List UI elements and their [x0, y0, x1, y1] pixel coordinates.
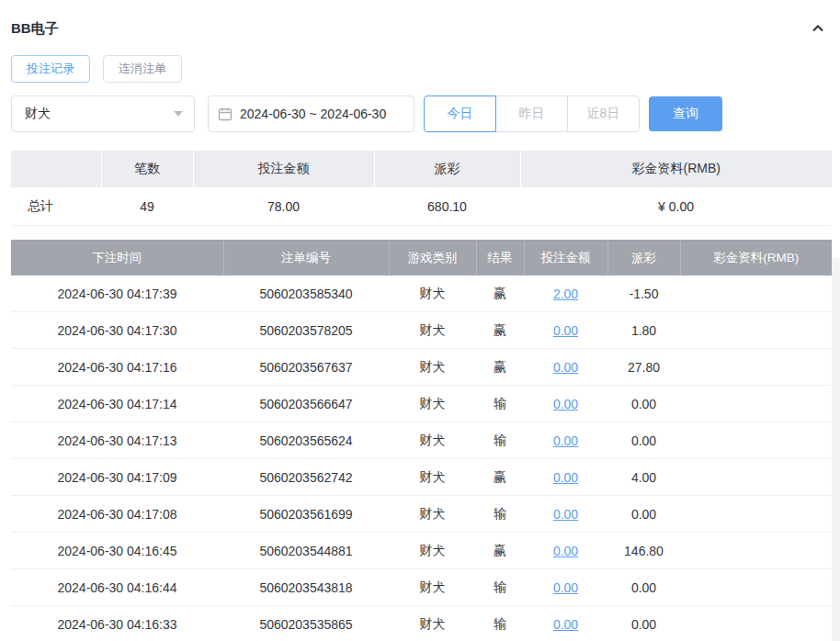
summary-col-empty — [11, 151, 101, 187]
game-type-cell: 财犬 — [389, 349, 476, 386]
tab-chain-cancel-orders[interactable]: 连消注单 — [103, 55, 182, 83]
game-type-cell: 财犬 — [389, 606, 476, 641]
result-cell: 赢 — [476, 533, 524, 569]
table-row: 2024-06-30 04:17:085060203561699财犬输0.000… — [11, 496, 832, 533]
bet-amount-link[interactable]: 0.00 — [553, 507, 578, 522]
bet-amount-link[interactable]: 0.00 — [553, 323, 578, 338]
bet-amount-cell: 0.00 — [524, 386, 607, 422]
date-range-input[interactable]: 2024-06-30 ~ 2024-06-30 — [208, 96, 414, 132]
bet-amount-link[interactable]: 0.00 — [553, 580, 578, 595]
filter-bar: 财犬 2024-06-30 ~ 2024-06-30 今日 昨日 近8日 查询 — [11, 96, 829, 132]
summary-total-label: 总计 — [11, 187, 101, 226]
bet-amount-cell: 0.00 — [524, 533, 607, 569]
bonus-cell — [680, 349, 832, 386]
result-cell: 赢 — [476, 349, 524, 386]
summary-total-payout: 680.10 — [374, 187, 520, 226]
summary-col-payout: 派彩 — [374, 151, 520, 187]
table-row: 2024-06-30 04:17:305060203578205财犬赢0.001… — [11, 312, 832, 349]
search-button[interactable]: 查询 — [649, 96, 722, 131]
panel-title: BB电子 — [11, 20, 59, 38]
bet-amount-cell: 0.00 — [524, 312, 607, 349]
game-select[interactable]: 财犬 — [11, 96, 195, 132]
calendar-icon — [218, 107, 233, 121]
summary-total-bet-amount: 78.00 — [193, 187, 374, 226]
result-cell: 输 — [476, 569, 524, 606]
payout-cell: 4.00 — [607, 459, 680, 496]
summary-total-bonus: ¥ 0.00 — [520, 187, 832, 226]
bet-time-cell: 2024-06-30 04:17:39 — [11, 276, 223, 312]
quick-date-group: 今日 昨日 近8日 — [424, 96, 640, 132]
bet-amount-cell: 0.00 — [524, 496, 607, 533]
game-type-cell: 财犬 — [389, 533, 476, 569]
bet-table: 下注时间 注单编号 游戏类别 结果 投注金额 派彩 彩金资料(RMB) 2024… — [11, 240, 832, 641]
col-header-bet-id: 注单编号 — [223, 240, 389, 276]
payout-cell: 0.00 — [607, 496, 680, 533]
summary-total-row: 总计 49 78.00 680.10 ¥ 0.00 — [11, 187, 832, 226]
bet-time-cell: 2024-06-30 04:17:08 — [11, 496, 223, 533]
game-type-cell: 财犬 — [389, 422, 476, 459]
bet-time-cell: 2024-06-30 04:16:45 — [11, 533, 223, 569]
bet-time-cell: 2024-06-30 04:16:44 — [11, 569, 223, 606]
result-cell: 赢 — [476, 459, 524, 496]
bet-amount-cell: 0.00 — [524, 422, 607, 459]
col-header-payout: 派彩 — [607, 240, 680, 276]
table-row: 2024-06-30 04:16:455060203544881财犬赢0.001… — [11, 533, 832, 569]
result-cell: 输 — [476, 422, 524, 459]
table-row: 2024-06-30 04:17:165060203567637财犬赢0.002… — [11, 349, 832, 386]
game-type-cell: 财犬 — [389, 276, 476, 312]
bet-id-cell: 5060203544881 — [223, 533, 389, 569]
bonus-cell — [680, 496, 832, 533]
table-row: 2024-06-30 04:16:445060203543818财犬输0.000… — [11, 569, 832, 606]
result-cell: 输 — [476, 606, 524, 641]
summary-total-count: 49 — [101, 187, 193, 226]
game-select-value: 财犬 — [25, 106, 51, 122]
tab-bet-records[interactable]: 投注记录 — [11, 55, 90, 83]
scrollbar[interactable] — [832, 257, 840, 641]
quick-today-button[interactable]: 今日 — [424, 96, 496, 132]
col-header-bet-amount: 投注金额 — [524, 240, 607, 276]
payout-cell: -1.50 — [607, 276, 680, 312]
table-row: 2024-06-30 04:16:335060203535865财犬输0.000… — [11, 606, 832, 641]
bonus-cell — [680, 276, 832, 312]
chevron-up-icon[interactable] — [809, 19, 827, 38]
bet-amount-link[interactable]: 0.00 — [553, 470, 578, 485]
bet-id-cell: 5060203585340 — [223, 276, 389, 312]
payout-cell: 0.00 — [607, 386, 680, 422]
bet-id-cell: 5060203543818 — [223, 569, 389, 606]
bet-table-header-row: 下注时间 注单编号 游戏类别 结果 投注金额 派彩 彩金资料(RMB) — [11, 240, 832, 276]
summary-table: 笔数 投注金额 派彩 彩金资料(RMB) 总计 49 78.00 680.10 … — [11, 151, 832, 226]
quick-last8days-button[interactable]: 近8日 — [567, 96, 640, 132]
payout-cell: 146.80 — [607, 533, 680, 569]
bet-amount-link[interactable]: 0.00 — [553, 617, 578, 632]
game-type-cell: 财犬 — [389, 496, 476, 533]
bet-id-cell: 5060203566647 — [223, 386, 389, 422]
game-type-cell: 财犬 — [389, 312, 476, 349]
bet-amount-link[interactable]: 0.00 — [553, 397, 578, 411]
bet-amount-cell: 0.00 — [524, 459, 607, 496]
bet-id-cell: 5060203561699 — [223, 496, 389, 533]
bet-id-cell: 5060203567637 — [223, 349, 389, 386]
bonus-cell — [680, 606, 832, 641]
bet-records-panel: BB电子 投注记录 连消注单 财犬 2024-06-30 ~ 2024-06-3… — [0, 17, 840, 641]
bonus-cell — [680, 312, 832, 349]
bonus-cell — [680, 386, 832, 422]
quick-yesterday-button[interactable]: 昨日 — [495, 96, 568, 132]
col-header-result: 结果 — [476, 240, 524, 276]
bet-amount-link[interactable]: 0.00 — [553, 544, 578, 558]
result-cell: 赢 — [476, 276, 524, 312]
bet-amount-link[interactable]: 0.00 — [553, 360, 578, 375]
payout-cell: 27.80 — [607, 349, 680, 386]
bet-amount-link[interactable]: 2.00 — [553, 287, 578, 301]
payout-cell: 0.00 — [607, 422, 680, 459]
bet-amount-cell: 2.00 — [524, 276, 607, 312]
chevron-down-icon — [174, 111, 183, 117]
summary-header-row: 笔数 投注金额 派彩 彩金资料(RMB) — [11, 151, 832, 187]
bet-amount-link[interactable]: 0.00 — [553, 433, 578, 448]
result-cell: 输 — [476, 386, 524, 422]
summary-col-bet-amount: 投注金额 — [193, 151, 374, 187]
bet-table-body: 2024-06-30 04:17:395060203585340财犬赢2.00-… — [11, 276, 832, 641]
bonus-cell — [680, 459, 832, 496]
bonus-cell — [680, 422, 832, 459]
col-header-game-type: 游戏类别 — [389, 240, 476, 276]
game-type-cell: 财犬 — [389, 459, 476, 496]
